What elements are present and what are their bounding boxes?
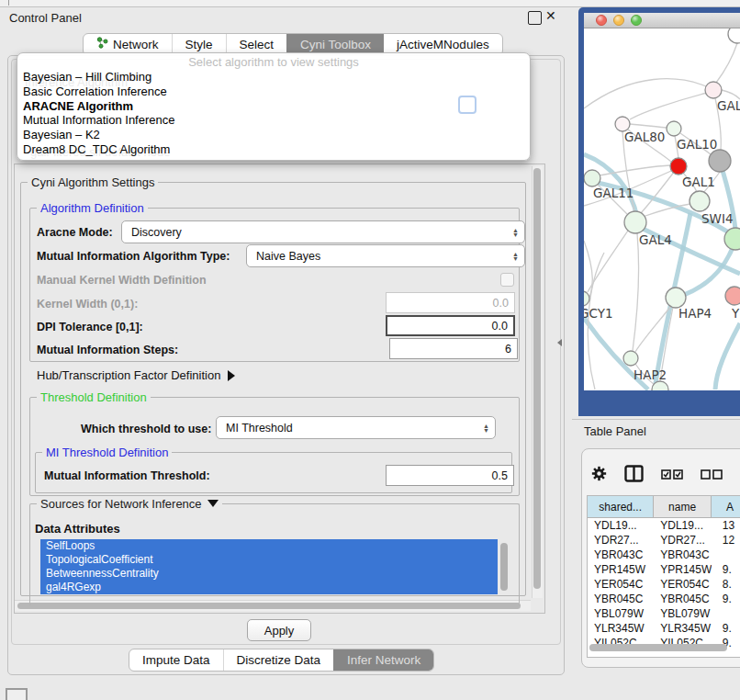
thick-edge[interactable] [715, 323, 740, 390]
float-panel-icon[interactable] [528, 11, 542, 25]
thin-edge[interactable] [588, 253, 604, 390]
vertical-scrollbar[interactable] [532, 166, 543, 598]
table-cell: YPR145W [588, 562, 654, 577]
table-panel-titlebar: Table Panel [572, 419, 740, 444]
algorithm-dropdown[interactable]: Inference Algorithm galFiltered.sif defa… [17, 52, 531, 161]
aracne-mode-value: Discovery [131, 226, 182, 239]
algorithm-option[interactable]: Dream8 DC_TDC Algorithm [17, 142, 530, 157]
network-node-swi4[interactable] [690, 191, 710, 211]
control-panel-titlebar: Control Panel ✕ [0, 7, 571, 29]
algorithm-dropdown-options: Bayesian – Hill ClimbingBasic Correlatio… [17, 70, 530, 157]
select-unchecked-icon[interactable] [701, 467, 723, 483]
columns-icon[interactable] [624, 465, 644, 486]
thin-edge[interactable] [630, 93, 707, 119]
mi-threshold-definition-title: MI Threshold Definition [42, 446, 172, 459]
table-cell: YER054C [654, 577, 712, 592]
thin-edge[interactable] [630, 124, 667, 128]
network-node-hap2[interactable] [623, 351, 638, 366]
apply-button-label: Apply [264, 624, 295, 638]
column-header-name[interactable]: name [654, 496, 712, 517]
thin-edge[interactable] [584, 79, 706, 108]
table-horizontal-scrollbar[interactable] [588, 644, 734, 653]
column-header-shared[interactable]: shared... [588, 496, 654, 517]
table-cell: YBR045C [654, 592, 712, 606]
mi-steps-label: Mutual Information Steps: [37, 344, 178, 356]
network-node-gal10[interactable] [667, 121, 681, 136]
kernel-width-input[interactable]: 0.0 [386, 292, 515, 313]
table-cell [712, 606, 740, 621]
algorithm-definition-title: Algorithm Definition [37, 201, 148, 215]
mi-algorithm-type-label: Mutual Information Algorithm Type: [37, 250, 230, 263]
table-row[interactable]: YDL19...YDL19...13 [588, 518, 740, 533]
table-horizontal-scrollbar-thumb[interactable] [589, 644, 727, 651]
data-attribute-item[interactable]: SelfLoops [40, 539, 498, 553]
stepper-arrows-icon: ▲▼ [512, 245, 519, 266]
mi-steps-input[interactable]: 6 [389, 338, 518, 359]
data-attribute-item[interactable]: TopologicalCoefficient [40, 553, 498, 567]
network-node-gcy1[interactable] [584, 291, 589, 306]
select-checked-icon[interactable] [661, 467, 683, 483]
node-label-gal: GAL [717, 98, 740, 113]
table-cell: YDR27... [654, 533, 712, 548]
table-cell: YDL19... [588, 518, 654, 533]
which-threshold-value: MI Threshold [226, 422, 293, 435]
thin-edge[interactable] [716, 43, 737, 83]
algorithm-option[interactable]: ARACNE Algorithm [17, 99, 530, 114]
network-node-gal11[interactable] [584, 170, 600, 186]
close-window-button[interactable] [596, 15, 607, 26]
algorithm-option[interactable]: Bayesian – K2 [17, 128, 530, 142]
table-row[interactable]: YBR043CYBR043C [588, 548, 740, 562]
data-attribute-item[interactable]: gal4RGexp [40, 581, 498, 594]
table-row[interactable]: YBR045CYBR045C9. [588, 592, 740, 606]
table-cell: YLR345W [588, 621, 654, 636]
manual-kernel-width-checkbox[interactable] [500, 273, 514, 287]
table-row[interactable]: YPR145WYPR145W9. [588, 562, 740, 577]
tab-infer-network[interactable]: Infer Network [333, 649, 433, 671]
network-node-gal1[interactable] [670, 158, 687, 175]
minimized-panel-icon[interactable] [6, 688, 28, 700]
algorithm-option[interactable]: Basic Correlation Inference [17, 85, 530, 99]
node-label-gal10: GAL10 [677, 137, 717, 152]
network-window-titlebar[interactable] [584, 13, 740, 28]
mi-algorithm-type-select[interactable]: Naive Bayes ▲▼ [246, 244, 525, 267]
table-cell: YBR043C [588, 548, 654, 562]
apply-button[interactable]: Apply [247, 619, 311, 641]
network-node[interactable] [724, 228, 740, 250]
sources-title-text: Sources for Network Inference [40, 497, 202, 511]
mi-threshold-input[interactable]: 0.5 [386, 465, 514, 486]
network-graph[interactable]: GALGAL80GAL10GAL1SWI4GAL11GAL4GCY1HAP4YH… [584, 28, 740, 390]
which-threshold-select[interactable]: MI Threshold ▲▼ [216, 416, 496, 439]
table-row[interactable]: YER054CYER054C8. [588, 577, 740, 592]
network-node[interactable] [709, 150, 731, 172]
sources-group-title[interactable]: Sources for Network Inference [37, 497, 222, 511]
algorithm-option[interactable]: Mutual Information Inference [17, 113, 530, 128]
node-label-gal4: GAL4 [639, 232, 672, 247]
network-node-hap4[interactable] [666, 288, 686, 308]
node-attribute-table[interactable]: shared...nameA YDL19...YDL19...13YDR27..… [587, 495, 740, 658]
data-attribute-item[interactable]: BetweennessCentrality [40, 567, 498, 581]
panel-divider-arrow[interactable] [557, 339, 562, 346]
dpi-tolerance-input[interactable]: 0.0 [386, 315, 515, 336]
data-attributes-list[interactable]: SelfLoopsTopologicalCoefficientBetweenne… [40, 539, 512, 597]
network-node-gal[interactable] [705, 82, 722, 98]
thin-edge[interactable] [633, 233, 639, 351]
close-panel-icon[interactable]: ✕ [545, 8, 556, 23]
network-node[interactable] [728, 28, 740, 43]
column-header-a[interactable]: A [712, 496, 740, 517]
vertical-scrollbar-thumb[interactable] [533, 168, 541, 589]
network-node-y[interactable] [725, 287, 740, 305]
aracne-mode-select[interactable]: Discovery ▲▼ [121, 220, 525, 243]
gear-icon[interactable] [591, 466, 607, 485]
table-cell: YBL079W [588, 606, 654, 621]
network-node-gal4[interactable] [624, 211, 646, 233]
table-row[interactable]: YLR345WYLR345W9. [588, 621, 740, 636]
zoom-window-button[interactable] [631, 15, 642, 26]
tab-impute-data[interactable]: Impute Data [129, 649, 223, 671]
table-row[interactable]: YBL079WYBL079W [588, 606, 740, 621]
table-row[interactable]: YDR27...YDR27...12 [588, 533, 740, 548]
tab-discretize-data[interactable]: Discretize Data [223, 649, 334, 671]
hub-definition-toggle[interactable]: Hub/Transcription Factor Definition [37, 368, 235, 382]
algorithm-option[interactable]: Bayesian – Hill Climbing [17, 70, 530, 85]
minimize-window-button[interactable] [613, 15, 624, 26]
table-cell: 9. [712, 621, 740, 636]
